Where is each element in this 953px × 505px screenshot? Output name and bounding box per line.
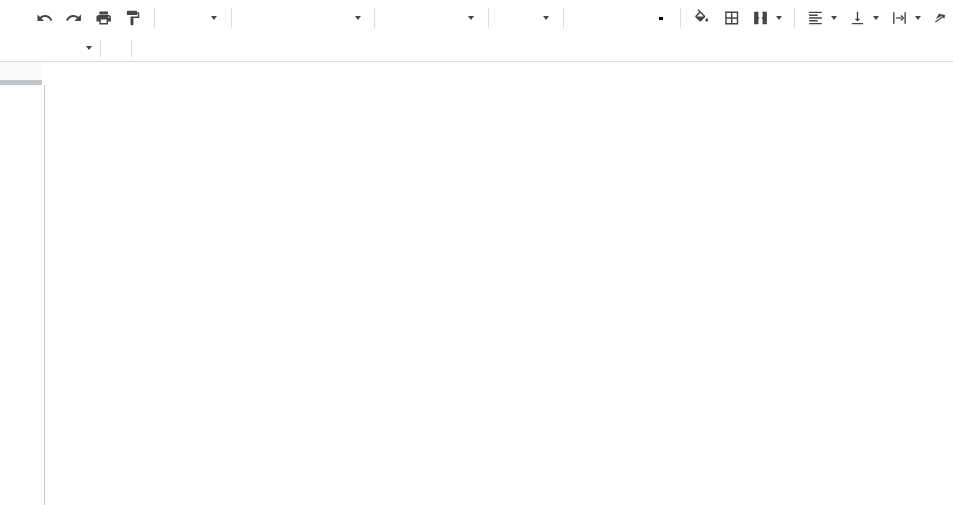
- toolbar-separator: [680, 8, 681, 28]
- chevron-down-icon: [355, 16, 361, 20]
- text-color-button[interactable]: [648, 5, 674, 31]
- toolbar-separator: [231, 8, 232, 28]
- strikethrough-button[interactable]: [622, 5, 648, 31]
- formula-bar-separator: [100, 40, 101, 57]
- undo-icon: [36, 9, 53, 27]
- italic-button[interactable]: [596, 5, 622, 31]
- column-headers: [45, 62, 953, 85]
- cells-area[interactable]: [45, 85, 953, 505]
- name-box[interactable]: [0, 35, 100, 61]
- text-color-label: [659, 16, 663, 20]
- vertical-align-button[interactable]: [843, 5, 885, 31]
- formula-bar: [0, 35, 953, 62]
- text-wrap-icon: [891, 9, 908, 27]
- horizontal-align-button[interactable]: [801, 5, 843, 31]
- chevron-down-icon: [211, 16, 217, 20]
- toolbar: [0, 0, 953, 35]
- font-dropdown[interactable]: [381, 5, 482, 31]
- zoom-dropdown[interactable]: [161, 5, 225, 31]
- chevron-down-icon: [86, 46, 92, 50]
- align-left-icon: [807, 9, 824, 27]
- toolbar-separator: [374, 8, 375, 28]
- text-rotation-button[interactable]: [927, 5, 953, 31]
- text-wrapping-button[interactable]: [885, 5, 927, 31]
- borders-icon: [723, 9, 740, 27]
- decrease-decimal-button[interactable]: [290, 5, 316, 31]
- format-percent-button[interactable]: [264, 5, 290, 31]
- chevron-down-icon: [543, 16, 549, 20]
- merge-cells-icon: [752, 9, 769, 27]
- paint-format-icon: [124, 9, 141, 27]
- chevron-down-icon: [468, 16, 474, 20]
- font-size-dropdown[interactable]: [495, 5, 557, 31]
- more-formats-button[interactable]: [342, 5, 368, 31]
- text-rotation-icon: [933, 9, 947, 27]
- undo-button[interactable]: [30, 5, 59, 31]
- chevron-down-icon: [831, 16, 837, 20]
- chevron-down-icon: [776, 16, 782, 20]
- spreadsheet-grid: [0, 62, 953, 505]
- merge-cells-button[interactable]: [746, 5, 788, 31]
- chevron-down-icon: [873, 16, 879, 20]
- format-currency-button[interactable]: [238, 5, 264, 31]
- row-headers: [0, 85, 45, 505]
- fill-color-button[interactable]: [687, 5, 716, 31]
- toolbar-separator: [794, 8, 795, 28]
- formula-input[interactable]: [132, 35, 953, 61]
- paint-format-button[interactable]: [118, 5, 147, 31]
- print-icon: [95, 9, 112, 27]
- toolbar-separator: [563, 8, 564, 28]
- toolbar-separator: [154, 8, 155, 28]
- borders-button[interactable]: [717, 5, 746, 31]
- print-button[interactable]: [89, 5, 118, 31]
- vertical-align-bottom-icon: [849, 9, 866, 27]
- chevron-down-icon: [915, 16, 921, 20]
- toolbar-separator: [488, 8, 489, 28]
- redo-button[interactable]: [59, 5, 88, 31]
- bold-button[interactable]: [570, 5, 596, 31]
- fill-color-icon: [693, 9, 710, 27]
- select-all-corner[interactable]: [0, 62, 45, 85]
- redo-icon: [65, 9, 82, 27]
- increase-decimal-button[interactable]: [316, 5, 342, 31]
